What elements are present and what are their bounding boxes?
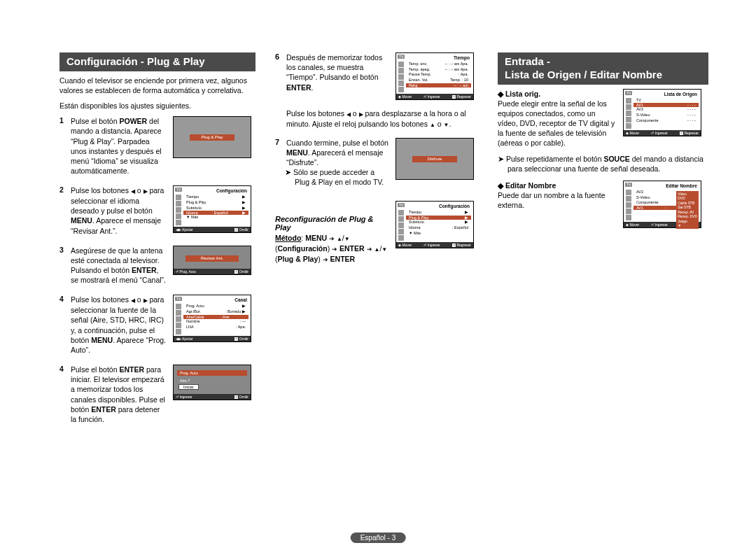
plugplay-steps: 1 Pulse el botón POWER del mando a dista… xyxy=(59,116,255,424)
osd-screenshot: TV Configuración Tiempo▶Plug & Play▶Subt… xyxy=(173,185,255,233)
step-number: 1 xyxy=(59,116,71,125)
reconfig-heading: Reconfiguración de Plug & Play xyxy=(275,215,390,232)
step-7-note: Sólo se puede acceder a Plug & Play en e… xyxy=(295,167,390,187)
page-footer: Español - 3 xyxy=(351,533,406,543)
osd-screenshot-editar-nombre: TV Editar Nombre AV2S-VideoComponenteAV1… xyxy=(623,181,708,228)
lista-orig-note: Pulse repetidamente el botón SOUCE del m… xyxy=(507,154,708,174)
step-number: 6 xyxy=(275,52,286,61)
step-item: 4 Pulse el botón ENTER para iniciar. El … xyxy=(59,365,255,424)
step-6-text: Después de memorizar todos los canales, … xyxy=(286,52,390,92)
section-title-plugplay: Configuración - Plug & Play xyxy=(59,52,255,71)
step-6-continued: Pulse los botones o para desplazarse a l… xyxy=(286,108,478,129)
step-text: Pulse el botón POWER del mando a distanc… xyxy=(71,116,170,176)
step-number: 7 xyxy=(275,138,286,146)
osd-screenshot-lista-origen: TV Lista de Origen TVAV1- - - -AV2- - - … xyxy=(623,89,708,136)
step-item: 2 Pulse los botones o para seleccionar e… xyxy=(59,185,255,235)
osd-screenshot-tiempo: TV Tiempo Temp. enc.-- : -- am Apa.Temp.… xyxy=(396,52,478,100)
osd-screenshot: Prog. Auto Aire 7 Iniciar ⏎ Ingresar🅼 Om… xyxy=(173,365,255,400)
osd-screenshot: TV Canal Prog. Auto▶Agr./Bor.: Borrado ▶… xyxy=(173,295,255,342)
manual-page: Configuración - Plug & Play Cuando el te… xyxy=(0,0,756,557)
right-column: Entrada - Lista de Origen / Editar Nombr… xyxy=(498,52,708,434)
plugplay-intro-2: Están disponibles los ajustes siguientes… xyxy=(59,101,255,111)
osd-screenshot-disfrute: Disfrute xyxy=(396,138,478,188)
step-number: 4 xyxy=(59,295,71,303)
step-text: Asegúrese de que la antena esté conectad… xyxy=(71,246,170,285)
osd-screenshot: Plug & Play xyxy=(173,116,255,158)
section-title-entrada: Entrada - Lista de Origen / Editar Nombr… xyxy=(498,52,708,85)
reconfig-method: Método: MENU / (Configuración) ENTER / (… xyxy=(275,233,390,264)
step-number: 3 xyxy=(59,246,71,254)
step-number: 2 xyxy=(59,185,71,194)
middle-column: 6 Después de memorizar todos los canales… xyxy=(275,52,478,434)
lista-orig-text: Puede elegir entre la señal de los equip… xyxy=(498,99,617,148)
plugplay-intro-1: Cuando el televisor se enciende por prim… xyxy=(59,76,255,95)
step-number: 4 xyxy=(59,365,71,373)
lista-orig-heading: Lista orig. xyxy=(498,89,617,99)
step-text: Pulse los botones o para seleccionar la … xyxy=(71,295,170,355)
step-text: Pulse los botones o para seleccionar el … xyxy=(71,185,170,235)
left-column: Configuración - Plug & Play Cuando el te… xyxy=(59,52,255,434)
osd-screenshot-reconfig: TV Configuración Tiempo▶Plug & Play▶Subt… xyxy=(396,201,478,264)
osd-screenshot: Revisar Ant. ⏎ Prog. Auto🅼 Omitir xyxy=(173,246,255,275)
editar-nombre-text: Puede dar un nombre a la fuente externa. xyxy=(498,190,617,210)
step-text: Pulse el botón ENTER para iniciar. El te… xyxy=(71,365,170,424)
editar-nombre-heading: Editar Nombre xyxy=(498,181,617,190)
step-item: 1 Pulse el botón POWER del mando a dista… xyxy=(59,116,255,176)
step-item: 4 Pulse los botones o para seleccionar l… xyxy=(59,295,255,355)
step-item: 3 Asegúrese de que la antena esté conect… xyxy=(59,246,255,285)
step-7-text: Cuando termine, pulse el botón MENU. Apa… xyxy=(286,138,390,168)
